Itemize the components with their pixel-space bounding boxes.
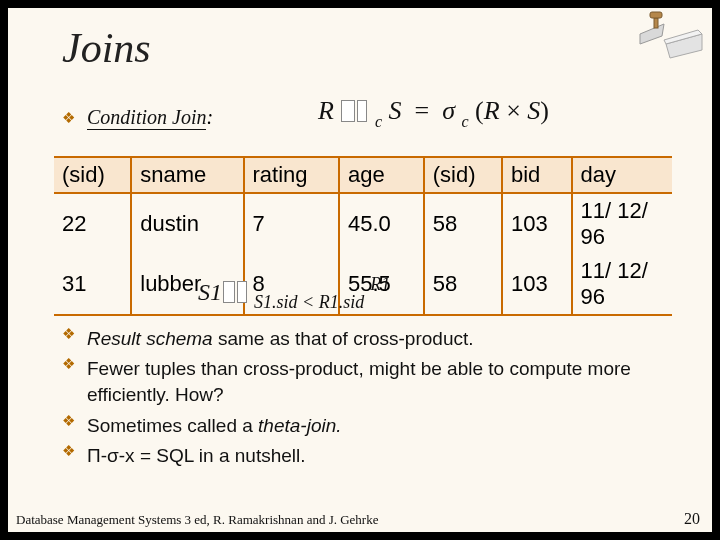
trowel-icon (636, 10, 706, 66)
formula-condition-join: R c S = σ c (R × S) (318, 96, 549, 131)
diamond-bullet-icon: ❖ (62, 413, 75, 439)
placeholder-glyph-icon (357, 100, 367, 122)
formula-example-join: S1 S1.sid < R1.sid R1 (198, 274, 390, 313)
slide-title: Joins (62, 24, 151, 72)
col-bid: bid (502, 157, 572, 193)
list-item: ❖ Fewer tuples than cross-product, might… (62, 356, 692, 408)
col-sname: sname (131, 157, 243, 193)
list-item: ❖ Result schema same as that of cross-pr… (62, 326, 692, 352)
bullet-text: Π-σ-x = SQL in a nutshell. (87, 443, 692, 469)
placeholder-glyph-icon (223, 281, 235, 303)
col-sid1: (sid) (54, 157, 131, 193)
list-item: ❖ Sometimes called a theta-join. (62, 413, 692, 439)
placeholder-glyph-icon (341, 100, 355, 122)
bullet-text: Result schema same as that of cross-prod… (87, 326, 692, 352)
col-age: age (339, 157, 424, 193)
diamond-bullet-icon: ❖ (62, 356, 75, 408)
bullet-text: Fewer tuples than cross-product, might b… (87, 356, 692, 408)
svg-rect-3 (654, 18, 658, 28)
diamond-bullet-icon: ❖ (62, 110, 75, 125)
footer-text: Database Management Systems 3 ed, R. Ram… (16, 512, 378, 528)
page-number: 20 (684, 510, 700, 528)
svg-rect-4 (650, 12, 662, 18)
bullet-list: ❖ Result schema same as that of cross-pr… (62, 326, 692, 473)
col-day: day (572, 157, 672, 193)
bullet-text: Sometimes called a theta-join. (87, 413, 692, 439)
table-row: 22 dustin 7 45.0 58 103 11/ 12/ 96 (54, 193, 672, 254)
slide: Joins ❖ Condition Join: R c S = σ c (R ×… (8, 8, 712, 532)
list-item: ❖ Π-σ-x = SQL in a nutshell. (62, 443, 692, 469)
diamond-bullet-icon: ❖ (62, 443, 75, 469)
condition-join-label: Condition Join: (87, 106, 213, 129)
diamond-bullet-icon: ❖ (62, 326, 75, 352)
placeholder-glyph-icon (237, 281, 247, 303)
col-sid2: (sid) (424, 157, 502, 193)
condition-join-line: ❖ Condition Join: (62, 106, 213, 129)
table-header-row: (sid) sname rating age (sid) bid day (54, 157, 672, 193)
svg-marker-2 (640, 24, 664, 44)
col-rating: rating (244, 157, 339, 193)
